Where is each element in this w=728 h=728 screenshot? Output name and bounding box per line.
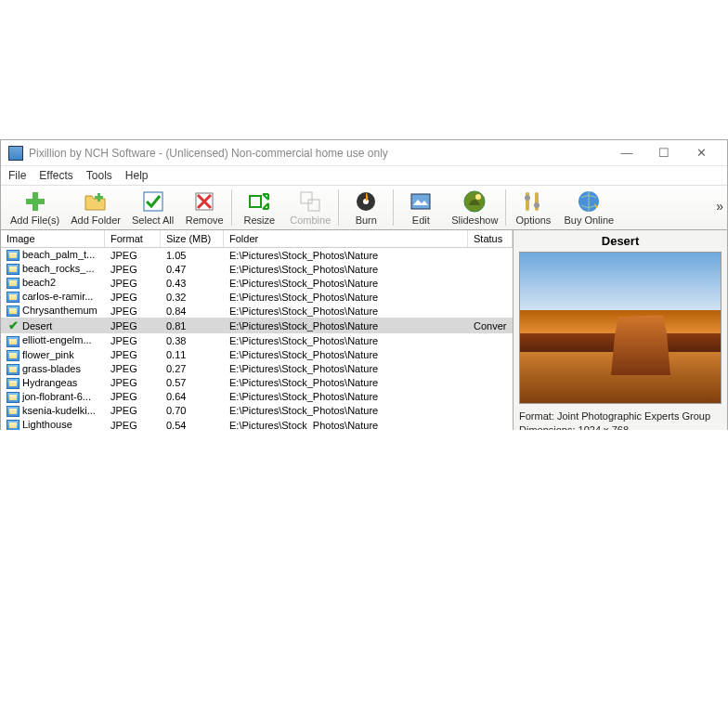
image-file-icon (6, 306, 20, 317)
cell-size: 1.05 (161, 250, 224, 261)
toolbar-separator (231, 189, 232, 226)
cell-format: JPEG (105, 278, 161, 289)
window-title: Pixillion by NCH Software - (Unlicensed)… (29, 147, 608, 160)
toolbar-resize[interactable]: Resize (234, 188, 284, 228)
image-file-icon (6, 378, 20, 389)
toolbar-separator (505, 189, 506, 226)
table-row[interactable]: LighthouseJPEG0.54E:\Pictures\Stock_Phot… (1, 418, 513, 430)
cell-image: Lighthouse (1, 419, 105, 430)
cell-image: elliott-engelm... (1, 334, 105, 346)
cell-folder: E:\Pictures\Stock_Photos\Nature (224, 420, 468, 431)
cell-format: JPEG (105, 349, 161, 360)
minimize-button[interactable]: — (608, 141, 645, 165)
table-row[interactable]: ksenia-kudelki...JPEG0.70E:\Pictures\Sto… (1, 404, 513, 418)
toolbar-separator (393, 189, 394, 226)
window-controls: — ☐ ✕ (608, 141, 720, 165)
table-row[interactable]: ✔DesertJPEG0.81E:\Pictures\Stock_Photos\… (1, 318, 513, 333)
cell-folder: E:\Pictures\Stock_Photos\Nature (224, 278, 468, 289)
cell-size: 0.84 (161, 306, 224, 317)
toolbar-overflow-icon[interactable]: » (716, 199, 723, 214)
edit-icon (409, 189, 433, 214)
cell-image: jon-flobrant-6... (1, 391, 105, 403)
resize-icon (247, 189, 271, 214)
cell-size: 0.43 (161, 278, 224, 289)
svg-rect-1 (26, 199, 45, 204)
toolbar-slideshow[interactable]: Slideshow (446, 188, 503, 228)
toolbar-label: Buy Online (564, 214, 614, 226)
cell-size: 0.38 (161, 335, 224, 346)
menu-help[interactable]: Help (125, 169, 149, 182)
buy-icon (577, 189, 601, 214)
toolbar-remove[interactable]: Remove (179, 188, 229, 228)
info-dimensions: Dimensions: 1024 x 768 (519, 423, 722, 430)
toolbar-select-all[interactable]: Select All (126, 188, 179, 228)
menu-effects[interactable]: Effects (39, 169, 72, 182)
table-row[interactable]: carlos-e-ramir...JPEG0.32E:\Pictures\Sto… (1, 290, 513, 304)
svg-rect-6 (250, 196, 261, 207)
main-area: Image Format Size (MB) Folder Status bea… (1, 230, 727, 430)
toolbar-add-folder[interactable]: Add Folder (65, 188, 126, 228)
cell-image: beach_palm_t... (1, 249, 105, 261)
col-folder[interactable]: Folder (224, 230, 468, 247)
close-button[interactable]: ✕ (682, 141, 720, 165)
maximize-button[interactable]: ☐ (645, 141, 682, 165)
toolbar-label: Combine (290, 214, 331, 226)
menu-file[interactable]: File (8, 169, 26, 182)
toolbar-label: Burn (356, 214, 377, 226)
cell-folder: E:\Pictures\Stock_Photos\Nature (224, 292, 468, 303)
cell-size: 0.47 (161, 264, 224, 275)
table-row[interactable]: HydrangeasJPEG0.57E:\Pictures\Stock_Phot… (1, 376, 513, 390)
slideshow-icon (462, 189, 487, 214)
image-file-icon (6, 420, 20, 430)
cell-image: Chrysanthemum (1, 305, 105, 317)
toolbar-burn[interactable]: Burn (341, 188, 391, 228)
app-icon (8, 146, 23, 161)
cell-folder: E:\Pictures\Stock_Photos\Nature (224, 391, 468, 402)
cell-format: JPEG (105, 405, 161, 416)
svg-rect-3 (95, 196, 103, 199)
image-file-icon (6, 392, 20, 403)
menu-tools[interactable]: Tools (86, 169, 112, 182)
col-status[interactable]: Status (468, 230, 513, 247)
preview-pane: Desert Format: Joint Photographic Expert… (514, 230, 727, 430)
cell-folder: E:\Pictures\Stock_Photos\Nature (224, 335, 468, 346)
table-row[interactable]: jon-flobrant-6...JPEG0.64E:\Pictures\Sto… (1, 390, 513, 404)
cell-folder: E:\Pictures\Stock_Photos\Nature (224, 377, 468, 388)
cell-folder: E:\Pictures\Stock_Photos\Nature (224, 306, 468, 317)
table-row[interactable]: beach_palm_t...JPEG1.05E:\Pictures\Stock… (1, 248, 513, 262)
cell-format: JPEG (105, 306, 161, 317)
preview-info: Format: Joint Photographic Experts Group… (519, 410, 722, 430)
folder-plus-icon (84, 189, 108, 214)
image-file-icon (6, 264, 20, 275)
cell-folder: E:\Pictures\Stock_Photos\Nature (224, 264, 468, 275)
cell-format: JPEG (105, 250, 161, 261)
toolbar-buy-online[interactable]: Buy Online (558, 188, 619, 228)
table-row[interactable]: beach2JPEG0.43E:\Pictures\Stock_Photos\N… (1, 276, 513, 290)
table-row[interactable]: elliott-engelm...JPEG0.38E:\Pictures\Sto… (1, 333, 513, 347)
preview-title: Desert (519, 232, 722, 252)
col-format[interactable]: Format (105, 230, 161, 247)
cell-format: JPEG (105, 420, 161, 431)
toolbar-edit[interactable]: Edit (396, 188, 446, 228)
titlebar: Pixillion by NCH Software - (Unlicensed)… (1, 140, 727, 166)
remove-icon (192, 189, 216, 214)
col-image[interactable]: Image (1, 230, 105, 247)
table-row[interactable]: grass-bladesJPEG0.27E:\Pictures\Stock_Ph… (1, 362, 513, 376)
svg-point-17 (534, 202, 540, 208)
menubar: File Effects Tools Help (1, 166, 727, 186)
file-list-pane: Image Format Size (MB) Folder Status bea… (1, 230, 514, 430)
toolbar-label: Select All (132, 214, 174, 226)
table-row[interactable]: beach_rocks_...JPEG0.47E:\Pictures\Stock… (1, 262, 513, 276)
table-row[interactable]: ChrysanthemumJPEG0.84E:\Pictures\Stock_P… (1, 304, 513, 318)
toolbar-label: Remove (186, 214, 224, 226)
image-file-icon (6, 364, 20, 375)
toolbar-add-file-s-[interactable]: Add File(s) (5, 188, 65, 228)
toolbar-options[interactable]: Options (508, 188, 558, 228)
cell-folder: E:\Pictures\Stock_Photos\Nature (224, 250, 468, 261)
col-size[interactable]: Size (MB) (161, 230, 224, 247)
table-row[interactable]: flower_pinkJPEG0.11E:\Pictures\Stock_Pho… (1, 348, 513, 362)
cell-image: flower_pink (1, 349, 105, 361)
toolbar-label: Options (515, 214, 551, 226)
cell-size: 0.32 (161, 292, 224, 303)
cell-folder: E:\Pictures\Stock_Photos\Nature (224, 363, 468, 374)
